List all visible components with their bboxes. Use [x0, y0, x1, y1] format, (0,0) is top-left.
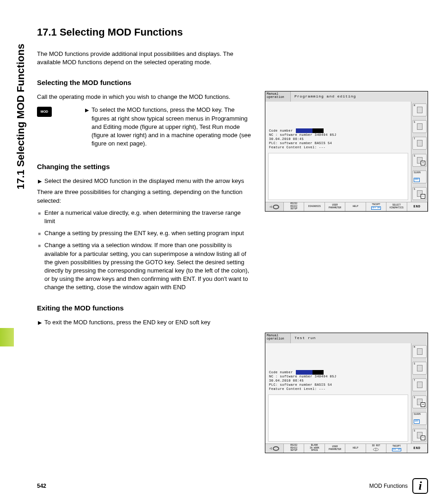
- side-button-s-minus[interactable]: S: [412, 187, 427, 200]
- side-accent-bar: [0, 328, 14, 346]
- bullet-arrow-icon: ▶: [38, 319, 42, 326]
- screen-corner-label: Manual operation: [265, 91, 291, 102]
- list-item: ■Enter a numerical value directly, e.g. …: [38, 209, 252, 225]
- softkey-blank-workspace[interactable]: BLANK IN WORK SPACE: [304, 444, 325, 453]
- mod-key-icon: MOD: [37, 107, 52, 117]
- heading-exit: Exiting the MOD functions: [37, 303, 252, 313]
- list-item-text: Change a setting via a selection window.…: [44, 241, 252, 291]
- softkey-nav[interactable]: ◁: [265, 202, 284, 211]
- screen-info-line: Feature Content Level: ---: [269, 146, 407, 150]
- screen-info-line: Feature Content Level: ---: [269, 387, 407, 391]
- softkey-user-parameter[interactable]: USER PARAMETER: [325, 444, 345, 453]
- page-number: 542: [37, 482, 46, 490]
- softkey-user-parameter[interactable]: USER PARAMETER: [325, 202, 345, 211]
- screen-info-block: Code number NC : software number 340494 …: [268, 368, 408, 392]
- softkey-end[interactable]: END: [407, 202, 428, 211]
- screen-content-area: [268, 153, 408, 200]
- screen-side-panel: M S T S S100%OFF S: [411, 343, 428, 443]
- code-number-label: Code number: [269, 129, 293, 133]
- side-button-s-plus[interactable]: S: [412, 395, 427, 408]
- select-paragraph: Call the operating mode in which you wis…: [37, 93, 252, 101]
- square-bullet-icon: ■: [38, 231, 41, 237]
- change-bullet-text: Select the desired MOD function in the d…: [44, 177, 244, 185]
- change-paragraph: There are three possibilities for changi…: [37, 188, 252, 205]
- bullet-arrow-icon: ▶: [85, 107, 89, 114]
- softkey-diagnosis[interactable]: DIAGNOSIS: [304, 202, 325, 211]
- side-button-t[interactable]: T: [412, 378, 427, 391]
- side-button-t[interactable]: T: [412, 137, 427, 150]
- softkey-3d-rot[interactable]: 3D ROT: [366, 444, 386, 453]
- square-bullet-icon: ■: [38, 243, 41, 249]
- side-button-s[interactable]: S: [412, 362, 427, 375]
- screen-content-area: [268, 395, 408, 442]
- side-button-m[interactable]: M: [412, 103, 427, 116]
- heading-select: Selecting the MOD functions: [37, 78, 252, 87]
- softkey-select-kinematics[interactable]: SELECT KINEMATICS: [386, 202, 407, 211]
- screen-softkey-bar: ◁ RS232 RS422 SETUP DIAGNOSIS USER PARAM…: [265, 202, 428, 211]
- square-bullet-icon: ■: [38, 210, 41, 217]
- screen-softkey-bar: ◁ RS232 RS422 SETUP BLANK IN WORK SPACE …: [265, 443, 428, 453]
- code-number-input[interactable]: [296, 128, 324, 133]
- softkey-tncopt[interactable]: TNCOPTOFF ON: [386, 444, 407, 453]
- screenshot-test-run: Manual operation Test run Code number NC…: [265, 333, 428, 453]
- screen-info-block: Code number NC : software number 340494 …: [268, 127, 408, 151]
- change-options-list: ■Enter a numerical value directly, e.g. …: [38, 209, 252, 292]
- screen-info-line: 30.04.2010 08:45: [269, 379, 407, 383]
- info-icon: i: [412, 478, 428, 494]
- screen-corner-label: Manual operation: [265, 333, 291, 343]
- screen-info-line: PLC: software number BASIS 54: [269, 383, 407, 387]
- softkey-nav[interactable]: ◁: [265, 444, 284, 453]
- screen-info-line: 30.04.2010 08:45: [269, 137, 407, 141]
- softkey-help[interactable]: HELP: [345, 202, 366, 211]
- side-button-s-minus[interactable]: S: [412, 429, 427, 442]
- side-title: 17.1 Selecting MOD Functions: [14, 44, 28, 189]
- screen-info-line: PLC: software number BASIS 54: [269, 141, 407, 146]
- softkey-end[interactable]: END: [407, 444, 428, 453]
- side-button-m[interactable]: M: [412, 345, 427, 358]
- exit-bullet-text: To exit the MOD functions, press the END…: [44, 318, 210, 327]
- side-button-s100[interactable]: S100%OFF: [412, 412, 427, 425]
- softkey-rs232[interactable]: RS232 RS422 SETUP: [284, 444, 304, 453]
- code-number-input[interactable]: [296, 370, 324, 375]
- list-item: ■Change a setting by pressing the ENT ke…: [38, 229, 252, 237]
- screen-title: Programming and editing: [291, 91, 428, 102]
- page-title: 17.1 Selecting MOD Functions: [37, 25, 252, 40]
- heading-change: Changing the settings: [37, 162, 252, 171]
- screen-side-panel: M S T S S100%OFF S: [411, 102, 428, 202]
- side-button-s-plus[interactable]: S: [412, 154, 427, 167]
- intro-paragraph: The MOD functions provide additional inp…: [37, 50, 252, 67]
- mod-bullet-text: To select the MOD functions, press the M…: [92, 106, 252, 148]
- screen-info-line: NC : software number 340494 05J: [269, 375, 407, 379]
- screen-info-line: NC : software number 340494 05J: [269, 133, 407, 137]
- chapter-label: MOD Functions: [369, 482, 408, 490]
- screenshot-programming-editing: Manual operation Programming and editing…: [265, 91, 428, 212]
- bullet-arrow-icon: ▶: [38, 178, 42, 185]
- side-button-s100[interactable]: S100%OFF: [412, 170, 427, 183]
- screen-title: Test run: [291, 333, 428, 343]
- code-number-label: Code number: [269, 370, 293, 375]
- softkey-rs232[interactable]: RS232 RS422 SETUP: [284, 202, 304, 211]
- softkey-help[interactable]: HELP: [345, 444, 366, 453]
- list-item-text: Change a setting by pressing the ENT key…: [44, 229, 244, 237]
- softkey-tncopt[interactable]: TNCOPTOFF ON: [366, 202, 386, 211]
- list-item: ■Change a setting via a selection window…: [38, 241, 252, 291]
- side-button-s[interactable]: S: [412, 120, 427, 133]
- list-item-text: Enter a numerical value directly, e.g. w…: [44, 209, 252, 225]
